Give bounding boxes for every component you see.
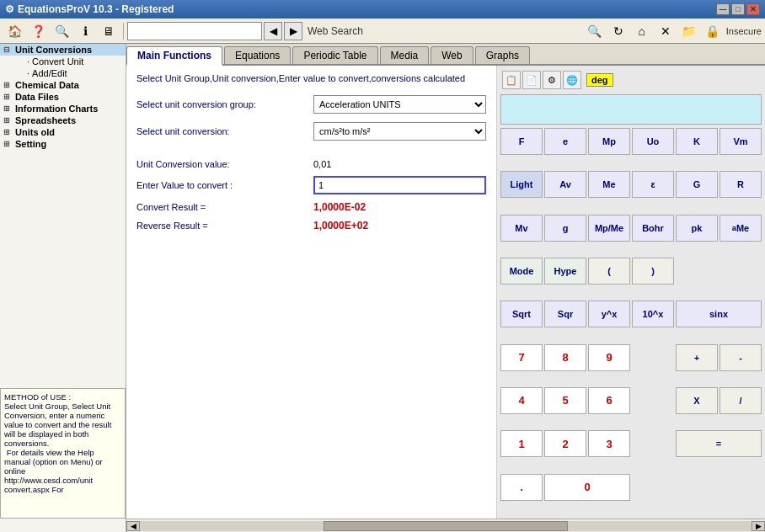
calc-btn-Mp[interactable]: Mp [588, 128, 630, 155]
maximize-button[interactable]: □ [731, 3, 745, 15]
calc-btn-Hype[interactable]: Hype [544, 258, 586, 285]
forward-button[interactable]: ▶ [284, 22, 302, 40]
calc-buttons: F e Mp Uo K Vm Light Av Me ε G R Mv g [500, 128, 762, 515]
sidebar-item-info-charts[interactable]: ⊞ Information Charts [0, 103, 126, 114]
calc-btn-K[interactable]: K [676, 128, 718, 155]
calc-btn-0[interactable]: 0 [544, 474, 630, 501]
group-select[interactable]: Acceleration UNITS [313, 95, 486, 114]
calc-btn-epsilon[interactable]: ε [632, 171, 674, 198]
calc-btn-10x[interactable]: 10^x [632, 301, 674, 327]
calc-btn-6[interactable]: 6 [588, 387, 630, 414]
tabs-bar: Main Functions Equations Periodic Table … [126, 44, 765, 66]
calc-btn-Uo[interactable]: Uo [632, 128, 674, 155]
tab-main-functions[interactable]: Main Functions [126, 46, 222, 66]
scroll-right-btn[interactable]: ▶ [752, 521, 765, 531]
calc-btn-equals[interactable]: = [676, 430, 762, 457]
calc-btn-5[interactable]: 5 [544, 387, 586, 414]
divider [136, 149, 486, 159]
form-instruction: Select Unit Group,Unit conversion,Enter … [136, 72, 486, 85]
scroll-left-btn[interactable]: ◀ [126, 521, 140, 531]
help-button[interactable]: ❓ [27, 21, 49, 41]
calc-copy-btn[interactable]: 📋 [502, 71, 521, 89]
tab-media[interactable]: Media [380, 46, 430, 64]
calc-btn-yx[interactable]: y^x [588, 301, 630, 327]
folder-button[interactable]: 📁 [679, 21, 699, 41]
insecure-label: Insecure [726, 26, 762, 36]
tab-graphs[interactable]: Graphs [475, 46, 530, 64]
screen-button[interactable]: 🖥 [98, 21, 120, 41]
sidebar-label-setting: Setting [15, 139, 46, 149]
info-button[interactable]: ℹ [74, 21, 96, 41]
calc-btn-Sqrt[interactable]: Sqrt [500, 301, 543, 327]
calc-btn-multiply[interactable]: X [676, 387, 718, 414]
search-icon-button[interactable]: 🔍 [51, 21, 72, 41]
sidebar-item-chemical-data[interactable]: ⊞ Chemical Data [0, 79, 126, 91]
sidebar-item-unit-conversions[interactable]: ⊟ Unit Conversions [0, 44, 126, 56]
calc-btn-dot[interactable]: . [500, 474, 543, 501]
calc-btn-e[interactable]: e [544, 128, 586, 155]
calc-btn-sinx[interactable]: sinx [676, 301, 762, 327]
calc-btn-plus[interactable]: + [676, 344, 718, 371]
calc-btn-Av[interactable]: Av [544, 171, 586, 198]
calc-btn-Mode[interactable]: Mode [500, 258, 543, 285]
calc-btn-1[interactable]: 1 [500, 430, 543, 457]
calc-btn-Sqr[interactable]: Sqr [544, 301, 586, 327]
sidebar-item-data-files[interactable]: ⊞ Data Files [0, 91, 126, 103]
calc-btn-4[interactable]: 4 [500, 387, 543, 414]
sidebar-item-setting[interactable]: ⊞ Setting [0, 138, 126, 150]
calc-settings-btn[interactable]: ⚙ [543, 71, 561, 89]
conversion-select[interactable]: cm/s²to m/s² [313, 122, 486, 141]
tab-web[interactable]: Web [431, 46, 473, 64]
home2-button[interactable]: ⌂ [632, 21, 652, 41]
calc-btn-aMe[interactable]: aMe [720, 215, 762, 242]
calc-btn-Light[interactable]: Light [500, 171, 543, 198]
convert-result-value: 1,0000E-02 [313, 201, 366, 213]
calc-btn-Me[interactable]: Me [588, 171, 630, 198]
tab-equations[interactable]: Equations [224, 46, 291, 64]
calc-btn-7[interactable]: 7 [500, 344, 543, 371]
calc-btn-MpMe[interactable]: Mp/Me [588, 215, 630, 242]
calc-btn-F[interactable]: F [500, 128, 543, 155]
calc-btn-8[interactable]: 8 [544, 344, 586, 371]
calc-display[interactable] [500, 94, 762, 125]
stop-button[interactable]: ✕ [655, 21, 676, 41]
calc-btn-close-paren[interactable]: ) [632, 258, 674, 285]
sidebar: ⊟ Unit Conversions · Convert Unit · Add/… [0, 44, 126, 532]
calc-btn-g[interactable]: g [544, 215, 586, 242]
expander-units: ⊞ [3, 128, 13, 136]
calc-btn-Mv[interactable]: Mv [500, 215, 543, 242]
lock-button[interactable]: 🔒 [703, 21, 723, 41]
refresh-button[interactable]: ↻ [608, 21, 629, 41]
minimize-button[interactable]: — [716, 3, 730, 15]
sidebar-item-add-edit[interactable]: · Add/Edit [0, 67, 126, 79]
calc-btn-9[interactable]: 9 [588, 344, 630, 371]
calc-btn-minus[interactable]: - [720, 344, 762, 371]
expander-setting: ⊞ [3, 140, 13, 148]
home-button[interactable]: 🏠 [3, 21, 25, 41]
calc-btn-pk[interactable]: pk [676, 215, 718, 242]
calc-btn-R[interactable]: R [720, 171, 762, 198]
enter-value-input[interactable] [313, 176, 486, 194]
sidebar-item-units-old[interactable]: ⊞ Units old [0, 126, 126, 138]
horizontal-scrollbar[interactable]: ◀ ▶ [126, 519, 765, 532]
zoom-button[interactable]: 🔍 [585, 21, 605, 41]
close-button[interactable]: ✕ [746, 3, 760, 15]
tab-periodic-table[interactable]: Periodic Table [292, 46, 377, 64]
calc-btn-G[interactable]: G [676, 171, 718, 198]
url-input[interactable] [127, 22, 262, 40]
calc-btn-Vm[interactable]: Vm [720, 128, 762, 155]
calc-paste-btn[interactable]: 📄 [522, 71, 541, 89]
calc-btn-3[interactable]: 3 [588, 430, 630, 457]
calc-globe-btn[interactable]: 🌐 [563, 71, 581, 89]
calc-btn-Bohr[interactable]: Bohr [632, 215, 674, 242]
sidebar-item-spreadsheets[interactable]: ⊞ Spreadsheets [0, 114, 126, 126]
scroll-track[interactable] [140, 521, 752, 531]
calc-btn-open-paren[interactable]: ( [588, 258, 630, 285]
scroll-thumb[interactable] [324, 521, 568, 531]
calc-btn-divide[interactable]: / [720, 387, 762, 414]
calc-btn-2[interactable]: 2 [544, 430, 586, 457]
sidebar-item-convert-unit[interactable]: · Convert Unit [0, 56, 126, 67]
back-button[interactable]: ◀ [264, 22, 282, 40]
calc-empty-6 [632, 474, 674, 501]
expander-data: ⊞ [3, 93, 13, 101]
